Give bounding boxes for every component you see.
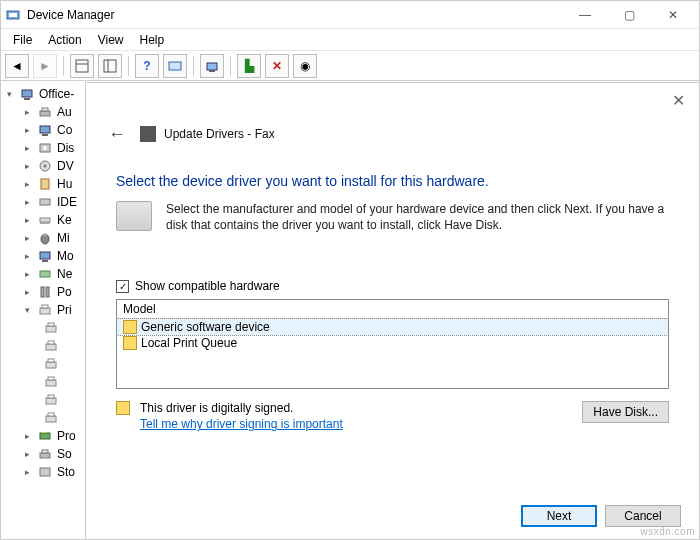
device-category-icon — [37, 230, 53, 246]
printer-icon — [43, 374, 59, 390]
tree-node-label: Pri — [57, 303, 72, 317]
svg-rect-24 — [43, 234, 47, 236]
expand-icon[interactable]: ▸ — [25, 251, 35, 261]
toolbtn-4[interactable] — [163, 54, 187, 78]
device-category-icon — [37, 140, 53, 156]
close-button[interactable]: ✕ — [651, 8, 695, 22]
expand-icon[interactable]: ▸ — [25, 287, 35, 297]
expand-icon[interactable]: ▸ — [25, 197, 35, 207]
svg-rect-37 — [48, 359, 54, 362]
expand-icon[interactable]: ▾ — [7, 89, 17, 99]
expand-icon[interactable]: ▸ — [25, 233, 35, 243]
expand-icon[interactable]: ▸ — [25, 179, 35, 189]
forward-toolbtn[interactable]: ► — [33, 54, 57, 78]
show-compatible-checkbox[interactable]: ✓ — [116, 280, 129, 293]
tree-node-label: Pro — [57, 429, 76, 443]
dialog-title: Update Drivers - Fax — [164, 127, 275, 141]
svg-rect-43 — [48, 413, 54, 416]
svg-rect-48 — [42, 450, 48, 453]
expand-icon[interactable]: ▸ — [25, 269, 35, 279]
expand-icon[interactable]: ▸ — [25, 431, 35, 441]
menu-file[interactable]: File — [5, 31, 40, 49]
device-icon — [140, 126, 156, 142]
svg-rect-25 — [40, 252, 50, 259]
model-item-local-print-queue[interactable]: Local Print Queue — [117, 335, 668, 351]
model-item-label: Local Print Queue — [141, 336, 237, 350]
back-arrow-icon[interactable]: ← — [108, 124, 126, 145]
svg-rect-21 — [40, 218, 50, 222]
device-category-icon — [37, 212, 53, 228]
device-category-icon — [37, 266, 53, 282]
model-item-generic[interactable]: Generic software device — [117, 319, 668, 335]
svg-rect-9 — [22, 90, 32, 97]
svg-rect-29 — [46, 287, 49, 297]
printer-icon — [43, 356, 59, 372]
expand-icon[interactable]: ▸ — [25, 215, 35, 225]
help-toolbtn[interactable]: ? — [135, 54, 159, 78]
svg-point-16 — [43, 146, 47, 150]
menu-view[interactable]: View — [90, 31, 132, 49]
device-category-icon — [37, 122, 53, 138]
toolbtn-2[interactable] — [98, 54, 122, 78]
svg-rect-13 — [40, 126, 50, 133]
tree-node-label: Hu — [57, 177, 72, 191]
expand-icon[interactable]: ▾ — [25, 305, 35, 315]
maximize-button[interactable]: ▢ — [607, 8, 651, 22]
model-column-header[interactable]: Model — [117, 300, 668, 319]
svg-rect-26 — [42, 260, 48, 262]
device-category-icon — [37, 248, 53, 264]
scan-hardware-toolbtn[interactable]: ◉ — [293, 54, 317, 78]
svg-rect-33 — [48, 323, 54, 326]
svg-rect-22 — [40, 222, 50, 224]
menu-help[interactable]: Help — [132, 31, 173, 49]
dialog-close-button[interactable]: ✕ — [672, 91, 685, 110]
svg-rect-30 — [40, 308, 50, 314]
expand-icon[interactable]: ▸ — [25, 107, 35, 117]
watermark: wsxdn.com — [640, 526, 695, 537]
tree-node-label: DV — [57, 159, 74, 173]
device-category-icon — [37, 302, 53, 318]
tree-node-label: Mo — [57, 249, 74, 263]
svg-rect-11 — [40, 111, 50, 116]
svg-rect-1 — [9, 13, 17, 17]
toolbtn-1[interactable] — [70, 54, 94, 78]
device-category-icon — [37, 284, 53, 300]
signed-driver-icon — [123, 320, 137, 334]
svg-rect-35 — [48, 341, 54, 344]
tree-node-label: Mi — [57, 231, 70, 245]
next-button[interactable]: Next — [521, 505, 597, 527]
model-listbox[interactable]: Model Generic software device Local Prin… — [116, 299, 669, 389]
window-title: Device Manager — [27, 8, 563, 22]
svg-rect-28 — [41, 287, 44, 297]
tree-root-label: Office- — [39, 87, 74, 101]
expand-icon[interactable]: ▸ — [25, 161, 35, 171]
dialog-subtext: Select the manufacturer and model of you… — [166, 201, 669, 233]
expand-icon[interactable]: ▸ — [25, 467, 35, 477]
svg-rect-40 — [46, 398, 56, 404]
tree-node-label: Sto — [57, 465, 75, 479]
expand-icon[interactable]: ▸ — [25, 125, 35, 135]
svg-rect-4 — [104, 60, 116, 72]
tree-node-label: Ke — [57, 213, 72, 227]
device-category-icon — [37, 446, 53, 462]
svg-rect-12 — [42, 108, 48, 111]
uninstall-toolbtn[interactable]: ✕ — [265, 54, 289, 78]
back-toolbtn[interactable]: ◄ — [5, 54, 29, 78]
device-category-icon — [37, 428, 53, 444]
expand-icon[interactable]: ▸ — [25, 143, 35, 153]
update-toolbtn[interactable]: ▙ — [237, 54, 261, 78]
minimize-button[interactable]: — — [563, 8, 607, 22]
device-category-icon — [37, 176, 53, 192]
tree-node-label: Po — [57, 285, 72, 299]
scan-toolbtn[interactable] — [200, 54, 224, 78]
svg-rect-42 — [46, 416, 56, 422]
driver-signing-link[interactable]: Tell me why driver signing is important — [140, 417, 343, 431]
device-image-icon — [116, 201, 152, 231]
menu-action[interactable]: Action — [40, 31, 89, 49]
expand-icon[interactable]: ▸ — [25, 449, 35, 459]
show-compatible-label: Show compatible hardware — [135, 279, 280, 293]
have-disk-button[interactable]: Have Disk... — [582, 401, 669, 423]
svg-rect-6 — [169, 62, 181, 70]
cancel-button[interactable]: Cancel — [605, 505, 681, 527]
tree-node-label: IDE — [57, 195, 77, 209]
